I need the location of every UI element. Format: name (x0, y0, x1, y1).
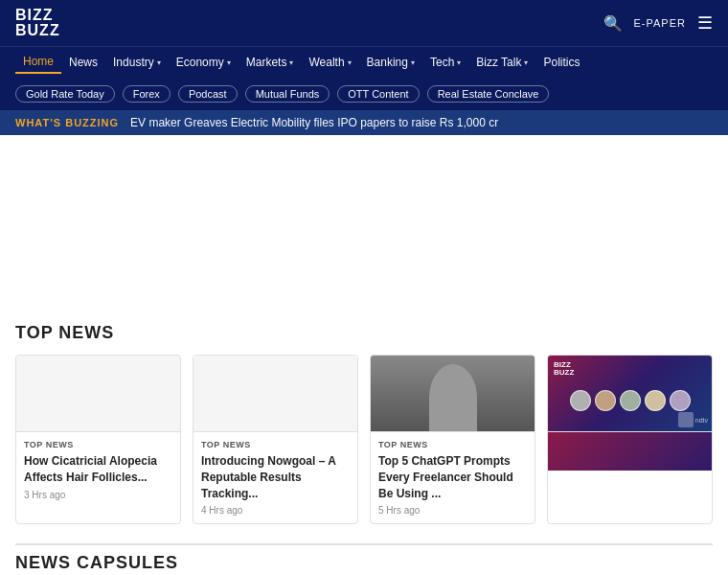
nav-item-industry[interactable]: Industry ▾ (105, 52, 169, 73)
quick-link-mutual-funds[interactable]: Mutual Funds (245, 85, 330, 103)
news-card-1-category: TOP NEWS (24, 440, 172, 449)
nav-item-home[interactable]: Home (15, 51, 61, 74)
news-card-2-body: TOP NEWS Introducing Nowgoal – A Reputab… (193, 432, 357, 523)
buzzing-text[interactable]: EV maker Greaves Electric Mobility files… (130, 116, 498, 129)
chevron-down-icon: ▾ (289, 58, 293, 67)
chevron-down-icon: ▾ (524, 58, 528, 67)
header-right: 🔍 E-PAPER ☰ (603, 12, 713, 34)
news-card-2-time: 4 Hrs ago (201, 505, 350, 516)
nav-item-economy[interactable]: Economy ▾ (169, 52, 239, 73)
nav-item-news[interactable]: News (61, 52, 105, 73)
news-card-2-category: TOP NEWS (201, 440, 350, 449)
news-card-4[interactable]: BIZZBUZZ ndtv (547, 355, 713, 524)
hamburger-menu-icon[interactable]: ☰ (697, 12, 713, 34)
news-card-1-time: 3 Hrs ago (24, 490, 172, 500)
quick-link-forex[interactable]: Forex (123, 85, 171, 103)
chevron-down-icon: ▾ (411, 58, 415, 67)
logo[interactable]: BIZZ BUZZ (15, 8, 60, 38)
news-card-4-image: BIZZBUZZ ndtv (548, 356, 712, 432)
nav-item-politics[interactable]: Politics (535, 52, 587, 73)
news-card-1-body: TOP NEWS How Cicatricial Alopecia Affect… (16, 432, 180, 508)
epaper-button[interactable]: E-PAPER (634, 17, 686, 29)
chevron-down-icon: ▾ (227, 58, 231, 67)
news-card-3[interactable]: TOP NEWS Top 5 ChatGPT Prompts Every Fre… (370, 355, 535, 524)
nav-item-banking[interactable]: Banking ▾ (359, 52, 422, 73)
news-card-4-body (548, 432, 712, 471)
section-divider (15, 543, 713, 545)
news-card-3-image (371, 356, 535, 432)
quick-link-podcast[interactable]: Podcast (178, 85, 238, 103)
news-card-2-headline: Introducing Nowgoal – A Reputable Result… (201, 453, 350, 501)
quick-links-bar: Gold Rate Today Forex Podcast Mutual Fun… (0, 81, 728, 110)
top-news-grid: TOP NEWS How Cicatricial Alopecia Affect… (15, 355, 713, 524)
card4-brand-logo: BIZZBUZZ (554, 361, 574, 377)
quick-link-real-estate[interactable]: Real Estate Conclave (427, 85, 550, 103)
news-card-3-category: TOP NEWS (378, 440, 527, 449)
header: BIZZ BUZZ 🔍 E-PAPER ☰ (0, 0, 728, 46)
ad-banner (0, 135, 728, 308)
news-card-2[interactable]: TOP NEWS Introducing Nowgoal – A Reputab… (193, 355, 358, 524)
logo-line1: BIZZ (15, 7, 54, 23)
navigation-bar: Home News Industry ▾ Economy ▾ Markets ▾… (0, 46, 728, 81)
quick-link-gold-rate[interactable]: Gold Rate Today (15, 85, 115, 103)
whats-buzzing-bar: WHAT'S BUZZING EV maker Greaves Electric… (0, 110, 728, 135)
news-card-2-image (193, 356, 357, 432)
main-content: TOP NEWS TOP NEWS How Cicatricial Alopec… (0, 308, 728, 575)
nav-item-tech[interactable]: Tech ▾ (422, 52, 468, 73)
quick-link-ott-content[interactable]: OTT Content (337, 85, 419, 103)
news-card-1-headline: How Cicatricial Alopecia Affects Hair Fo… (24, 453, 172, 486)
news-card-3-time: 5 Hrs ago (378, 505, 527, 516)
logo-line2: BUZZ (15, 22, 60, 38)
news-card-1[interactable]: TOP NEWS How Cicatricial Alopecia Affect… (15, 355, 181, 524)
chevron-down-icon: ▾ (157, 58, 161, 67)
buzzing-label: WHAT'S BUZZING (15, 117, 119, 128)
nav-item-wealth[interactable]: Wealth ▾ (301, 52, 358, 73)
logo-text: BIZZ BUZZ (15, 8, 60, 38)
top-news-section-title: TOP NEWS (15, 323, 713, 343)
nav-item-markets[interactable]: Markets ▾ (239, 52, 302, 73)
news-card-3-body: TOP NEWS Top 5 ChatGPT Prompts Every Fre… (371, 432, 535, 523)
chevron-down-icon: ▾ (457, 58, 461, 67)
news-card-1-image (16, 356, 180, 432)
news-card-3-headline: Top 5 ChatGPT Prompts Every Freelancer S… (378, 453, 527, 501)
chevron-down-icon: ▾ (348, 58, 352, 67)
news-capsules-section-title: NEWS CAPSULES (15, 553, 713, 573)
nav-item-bizztalk[interactable]: Bizz Talk ▾ (468, 52, 535, 73)
search-icon[interactable]: 🔍 (603, 14, 623, 33)
